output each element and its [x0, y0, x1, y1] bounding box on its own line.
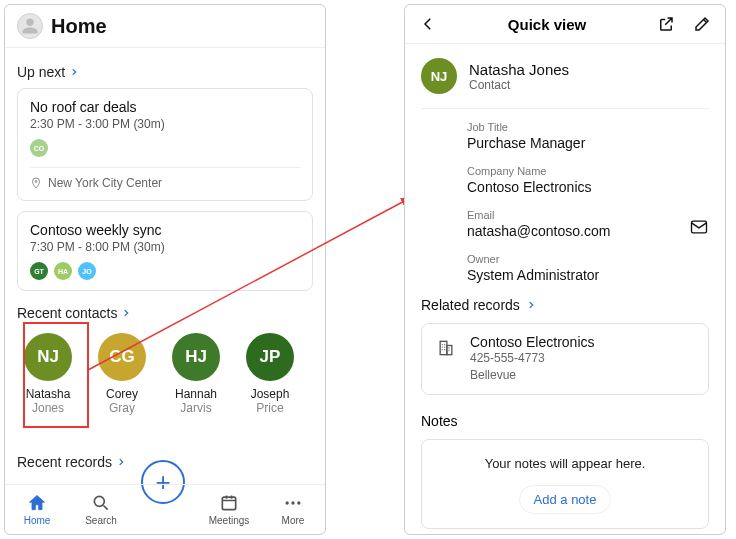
contact-joseph-price[interactable]: JP Joseph Price [241, 333, 299, 416]
notes-empty-text: Your notes will appear here. [434, 456, 696, 471]
svg-point-4 [291, 501, 294, 504]
recent-records-link[interactable]: Recent records [17, 454, 126, 470]
contact-identity: NJ Natasha Jones Contact [421, 58, 709, 94]
related-name: Contoso Electronics [470, 334, 595, 350]
svg-point-3 [286, 501, 289, 504]
nav-home[interactable]: Home [12, 493, 62, 526]
event-title: Contoso weekly sync [30, 222, 300, 238]
related-record-card[interactable]: Contoso Electronics 425-555-4773 Bellevu… [421, 323, 709, 395]
event-time: 2:30 PM - 3:00 PM (30m) [30, 117, 300, 131]
event-card[interactable]: No roof car deals 2:30 PM - 3:00 PM (30m… [17, 88, 313, 201]
quick-view-body: NJ Natasha Jones Contact Job Title Purch… [405, 44, 725, 534]
contact-type: Contact [469, 78, 569, 92]
attendee-avatar: CO [30, 139, 48, 157]
related-records-link[interactable]: Related records [421, 297, 709, 313]
related-phone: 425-555-4773 [470, 350, 595, 367]
field-company: Company Name Contoso Electronics [467, 165, 709, 195]
event-title: No roof car deals [30, 99, 300, 115]
contact-avatar: NJ [421, 58, 457, 94]
svg-rect-2 [222, 497, 235, 510]
home-body: Up next No roof car deals 2:30 PM - 3:00… [5, 48, 325, 484]
contact-corey-gray[interactable]: CG Corey Gray [93, 333, 151, 416]
nav-search[interactable]: Search [76, 493, 126, 526]
chevron-right-icon [116, 457, 126, 467]
event-attendees: CO [30, 139, 300, 157]
nav-more[interactable]: More [268, 493, 318, 526]
event-location: New York City Center [30, 167, 300, 190]
nav-meetings[interactable]: Meetings [204, 493, 254, 526]
back-button[interactable] [419, 15, 437, 33]
chevron-right-icon [69, 67, 79, 77]
related-city: Bellevue [470, 367, 595, 384]
chevron-right-icon [121, 308, 131, 318]
field-email: Email natasha@contoso.com [467, 209, 709, 239]
attendee-avatar: HA [54, 262, 72, 280]
event-attendees: GT HA JO [30, 262, 300, 280]
building-icon [434, 336, 458, 360]
contact-hannah-jarvis[interactable]: HJ Hannah Jarvis [167, 333, 225, 416]
notes-section-title: Notes [421, 413, 709, 429]
bottom-nav: Home Search . Meetings More [5, 484, 325, 534]
svg-rect-7 [692, 221, 707, 233]
divider [421, 108, 709, 109]
field-owner: Owner System Administrator [467, 253, 709, 283]
contact-natasha-jones[interactable]: NJ Natasha Jones [19, 333, 77, 416]
svg-point-1 [94, 496, 104, 506]
attendee-avatar: GT [30, 262, 48, 280]
edit-icon[interactable] [693, 15, 711, 33]
home-screen: Home Up next No roof car deals 2:30 PM -… [4, 4, 326, 535]
self-avatar-icon[interactable] [17, 13, 43, 39]
svg-point-0 [35, 181, 37, 183]
svg-rect-9 [447, 346, 452, 355]
quick-view-screen: Quick view NJ Natasha Jones Contact Job … [404, 4, 726, 535]
quick-view-title: Quick view [508, 16, 586, 33]
attendee-avatar: JO [78, 262, 96, 280]
mail-icon[interactable] [689, 217, 709, 237]
contact-name: Natasha Jones [469, 61, 569, 78]
chevron-right-icon [526, 300, 536, 310]
recent-contacts-link[interactable]: Recent contacts [17, 305, 313, 321]
quick-view-header: Quick view [405, 5, 725, 44]
recent-contacts-row: NJ Natasha Jones CG Corey Gray HJ Hannah… [17, 329, 313, 422]
page-title: Home [51, 15, 107, 38]
open-external-icon[interactable] [657, 15, 675, 33]
field-job-title: Job Title Purchase Manager [467, 121, 709, 151]
add-note-button[interactable]: Add a note [519, 485, 612, 514]
location-pin-icon [30, 177, 42, 189]
svg-rect-8 [440, 341, 447, 354]
svg-point-5 [297, 501, 300, 504]
event-card[interactable]: Contoso weekly sync 7:30 PM - 8:00 PM (3… [17, 211, 313, 291]
event-time: 7:30 PM - 8:00 PM (30m) [30, 240, 300, 254]
home-header: Home [5, 5, 325, 48]
notes-card: Your notes will appear here. Add a note [421, 439, 709, 529]
up-next-link[interactable]: Up next [17, 64, 313, 80]
